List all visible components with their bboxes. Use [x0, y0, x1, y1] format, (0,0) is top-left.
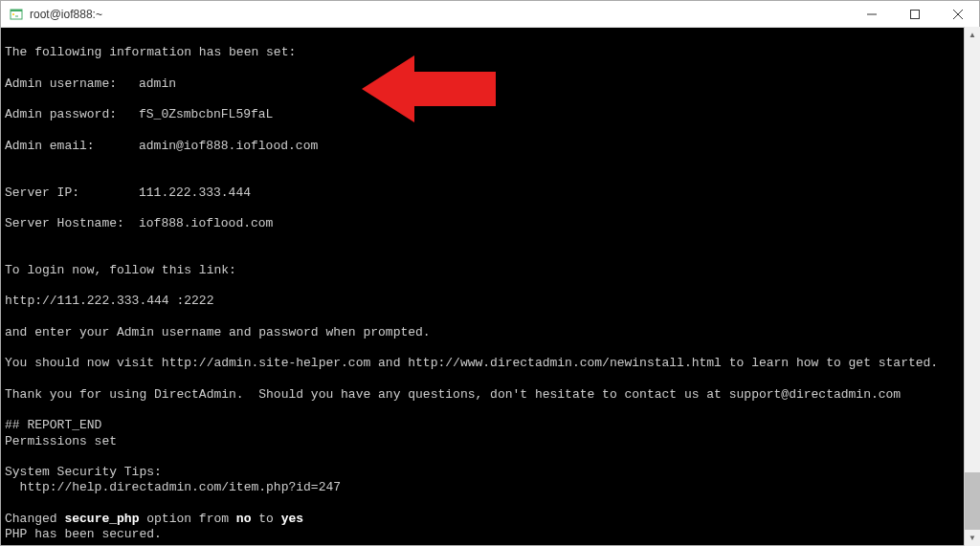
svg-rect-1	[11, 10, 22, 11]
svg-point-2	[12, 13, 14, 15]
scroll-thumb[interactable]	[965, 472, 980, 530]
scroll-down-arrow-icon[interactable]: ▼	[965, 530, 980, 546]
admin-password-value: fS_0ZsmbcbnFL59faL	[139, 107, 273, 122]
security-tips-url: http://help.directadmin.com/item.php?id=…	[5, 480, 341, 494]
admin-password-label: Admin password:	[5, 107, 139, 122]
maximize-button[interactable]	[893, 1, 936, 27]
admin-username-value: admin	[139, 76, 176, 92]
window-controls	[850, 1, 979, 27]
output-line: and enter your Admin username and passwo…	[5, 325, 431, 339]
output-line: PHP has been secured.	[5, 527, 162, 541]
minimize-button[interactable]	[850, 1, 893, 27]
output-line: Thank you for using DirectAdmin. Should …	[5, 387, 901, 402]
output-line: You should now visit http://admin.site-h…	[5, 356, 938, 370]
output-line: To login now, follow this link:	[5, 263, 236, 277]
server-ip-value: 111.222.333.444	[139, 186, 251, 201]
output-line: ## REPORT_END	[5, 418, 101, 432]
close-button[interactable]	[936, 1, 979, 27]
window-title: root@iof888:~	[30, 8, 850, 21]
svg-rect-5	[910, 10, 919, 18]
app-icon	[9, 7, 24, 22]
output-line: Permissions set	[5, 434, 117, 448]
scroll-up-arrow-icon[interactable]: ▲	[965, 27, 980, 43]
admin-email-label: Admin email:	[5, 139, 139, 154]
server-ip-label: Server IP:	[5, 186, 139, 201]
server-hostname-value: iof888.ioflood.com	[139, 216, 273, 231]
scroll-track[interactable]	[965, 43, 980, 530]
output-line: The following information has been set:	[5, 45, 296, 59]
output-line: System Security Tips:	[5, 465, 162, 479]
titlebar: root@iof888:~	[1, 1, 979, 28]
output-line: Changed secure_php option from no to yes	[5, 512, 303, 526]
server-hostname-label: Server Hostname:	[5, 216, 139, 231]
terminal-output[interactable]: The following information has been set: …	[1, 28, 979, 545]
vertical-scrollbar[interactable]: ▲ ▼	[964, 27, 980, 546]
admin-email-value: admin@iof888.ioflood.com	[139, 139, 318, 154]
admin-username-label: Admin username:	[5, 76, 139, 92]
login-url: http://111.222.333.444 :2222	[5, 294, 213, 308]
